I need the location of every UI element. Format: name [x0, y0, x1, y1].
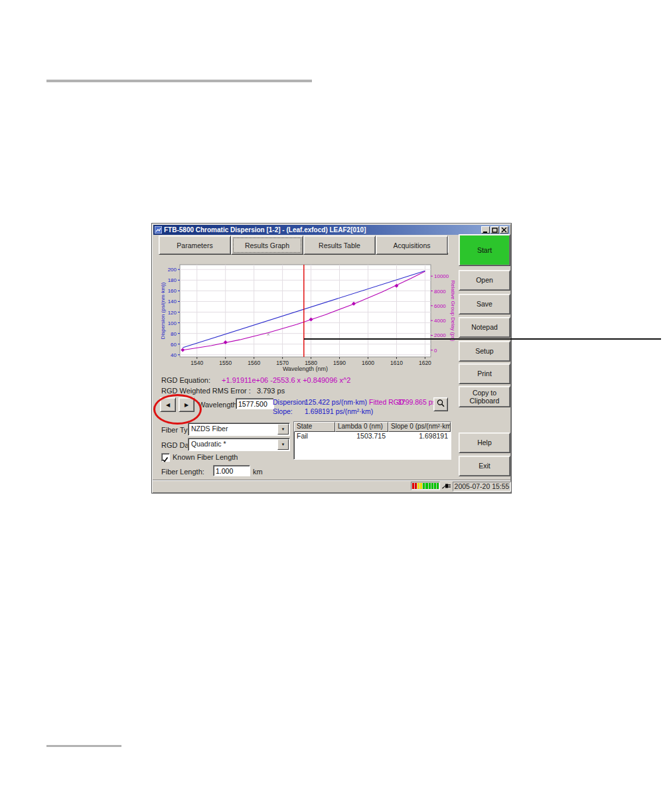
magnifier-icon: [436, 399, 445, 408]
fiber-length-label: Fiber Length:: [161, 468, 204, 476]
x-tick-label: 1540: [190, 360, 203, 366]
rgd-equation-value: +1.91911e+06 -2553.6 x +0.849096 x^2: [222, 376, 350, 384]
copy-to-clipboard-button[interactable]: Copy to Clipboard: [459, 386, 510, 407]
tab-results-table[interactable]: Results Table: [303, 236, 376, 255]
right-tick-label: 10000: [434, 273, 449, 279]
battery-segment: [412, 483, 414, 489]
left-tick-label: 100: [168, 320, 177, 326]
chevron-down-icon[interactable]: ▼: [277, 424, 289, 435]
left-tick-label: 180: [168, 277, 177, 283]
notepad-button[interactable]: Notepad: [459, 317, 510, 338]
start-button[interactable]: Start: [459, 234, 510, 266]
dispersion-value: 125.422 ps/(nm·km): [305, 398, 367, 406]
app-window: FTB-5800 Chromatic Dispersion [1-2] - (L…: [151, 223, 512, 494]
left-tick-label: 40: [171, 352, 177, 358]
tab-bar: ParametersResults GraphResults TableAcqu…: [159, 236, 448, 255]
window-title: FTB-5800 Chromatic Dispersion [1-2] - (L…: [164, 226, 481, 234]
battery-segment: [417, 483, 419, 489]
battery-segment: [420, 483, 422, 489]
fiber-type-value: NZDS Fiber: [191, 425, 228, 433]
zero-table: StateLambda 0 (nm)Slope 0 (ps/(nm²·km)) …: [293, 421, 451, 460]
left-tick-label: 160: [168, 288, 177, 294]
x-axis-label: Wavelength (nm): [283, 366, 328, 372]
rgd-data-fit-select[interactable]: Quadratic * ▼: [188, 438, 290, 451]
rgd-equation-row: RGD Equation: +1.91911e+06 -2553.6 x +0.…: [161, 376, 350, 384]
zero-table-header: StateLambda 0 (nm)Slope 0 (ps/(nm²·km)): [294, 422, 451, 432]
cursor-left-button[interactable]: ◀: [160, 397, 176, 412]
rgd-equation-label: RGD Equation:: [161, 376, 210, 384]
help-button[interactable]: Help: [459, 433, 510, 453]
left-tick-label: 80: [171, 331, 177, 337]
datetime-display: 2005-07-20 15:55: [453, 482, 511, 492]
zero-table-body: Fail1503.7151.698191: [294, 432, 451, 441]
table-cell: Fail: [294, 432, 335, 441]
tab-acquisitions[interactable]: Acquisitions: [376, 236, 448, 255]
tab-results-graph[interactable]: Results Graph: [231, 236, 303, 255]
wavelength-label: Wavelength:: [198, 401, 239, 409]
exit-button[interactable]: Exit: [459, 456, 510, 476]
x-tick-label: 1550: [219, 360, 232, 366]
fiber-length-input[interactable]: [213, 465, 250, 476]
setup-button[interactable]: Setup: [459, 341, 510, 362]
statusbar: 2005-07-20 15:55: [153, 480, 510, 492]
right-axis-label: Relative Group Delay (ps): [450, 280, 456, 341]
right-tick-label: 0: [434, 348, 437, 354]
fitted-rgd-value: 3799.865 ps: [398, 398, 436, 406]
x-tick-label: 1560: [248, 360, 260, 366]
slope-value: 1.698191 ps/(nm²·km): [305, 407, 373, 415]
known-fiber-length-checkbox[interactable]: [161, 453, 170, 462]
slope-label: Slope:: [273, 407, 293, 415]
column-header[interactable]: Slope 0 (ps/(nm²·km)): [388, 422, 451, 432]
wavelength-input[interactable]: [236, 398, 274, 409]
footer-rule: [46, 745, 121, 747]
results-chart: 4060801001201401601802000200040006000800…: [157, 259, 456, 373]
tab-parameters[interactable]: Parameters: [159, 236, 231, 255]
fiber-length-unit: km: [253, 468, 263, 476]
side-button-column: StartOpenSaveNotepadSetupPrintCopy to Cl…: [459, 224, 510, 480]
plot-area: [180, 265, 431, 357]
left-tick-label: 120: [168, 310, 177, 316]
rms-error-value: 3.793 ps: [257, 387, 285, 395]
column-header[interactable]: Lambda 0 (nm): [335, 422, 388, 432]
right-tick-label: 6000: [434, 303, 446, 309]
x-tick-label: 1600: [362, 360, 374, 366]
cursor-right-button[interactable]: ▶: [179, 397, 194, 412]
chevron-down-icon[interactable]: ▼: [277, 439, 289, 450]
rms-error-label: RGD Weighted RMS Error :: [161, 387, 251, 395]
open-button[interactable]: Open: [459, 270, 510, 291]
tab-separator: [447, 236, 448, 253]
known-fiber-length-label: Known Fiber Length: [173, 453, 238, 461]
battery-segment: [425, 483, 427, 489]
fiber-type-select[interactable]: NZDS Fiber ▼: [188, 423, 290, 436]
battery-segment: [431, 483, 433, 489]
header-rule: [46, 80, 312, 82]
rgd-data-fit-value: Quadratic *: [191, 440, 226, 448]
dispersion-label: Dispersion:: [273, 398, 308, 406]
rejected-point-marker: ×: [267, 331, 270, 338]
right-arrow-icon: ▶: [185, 402, 188, 408]
table-row[interactable]: Fail1503.7151.698191: [294, 432, 451, 441]
chart-canvas: 4060801001201401601802000200040006000800…: [157, 259, 456, 373]
print-button[interactable]: Print: [459, 364, 510, 384]
battery-segment: [437, 483, 439, 489]
zoom-button[interactable]: [433, 397, 448, 411]
column-header[interactable]: State: [294, 422, 335, 432]
right-tick-label: 4000: [434, 318, 446, 324]
table-cell: 1.698191: [388, 432, 451, 441]
x-tick-label: 1590: [333, 360, 346, 366]
checkmark-icon: [162, 456, 169, 463]
table-cell: 1503.715: [335, 432, 388, 441]
battery-segment: [434, 483, 436, 489]
x-tick-label: 1620: [419, 360, 431, 366]
left-tick-label: 60: [171, 342, 177, 348]
battery-segment: [423, 483, 425, 489]
save-button[interactable]: Save: [459, 294, 510, 314]
annotation-callout-line: [304, 338, 661, 340]
battery-segment: [429, 483, 431, 489]
power-plug-icon: [442, 482, 451, 490]
titlebar: FTB-5800 Chromatic Dispersion [1-2] - (L…: [153, 225, 510, 235]
rms-error-row: RGD Weighted RMS Error : 3.793 ps: [161, 387, 285, 395]
x-tick-label: 1610: [390, 360, 403, 366]
left-arrow-icon: ◀: [166, 402, 170, 408]
left-tick-label: 140: [168, 299, 177, 304]
